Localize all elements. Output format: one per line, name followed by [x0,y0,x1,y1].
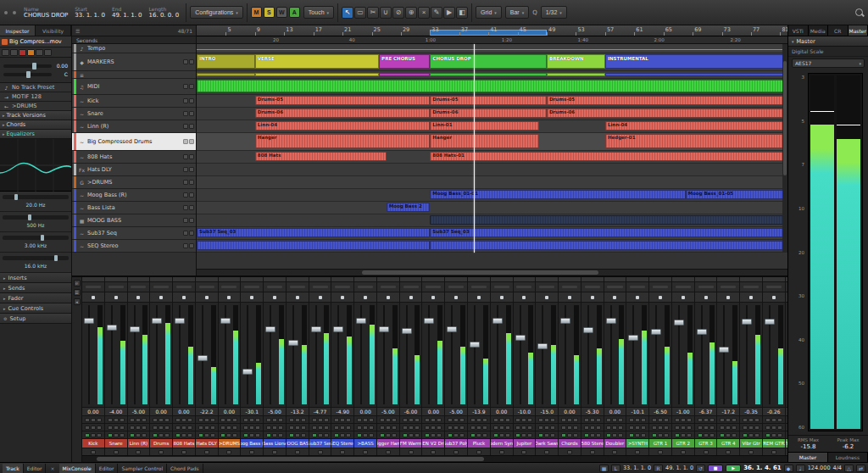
scrollbar-thumb[interactable] [97,457,485,461]
solo-button[interactable] [136,426,141,430]
edit-button[interactable] [392,418,397,422]
channel-inserts-slot[interactable] [173,282,195,292]
arranger-section[interactable] [430,73,547,76]
edit-button[interactable] [527,433,532,437]
edit-button[interactable] [210,418,215,422]
marker-icon[interactable]: ◆ [784,465,793,472]
scrollbar-thumb[interactable] [783,61,787,175]
volume-handle[interactable] [32,63,36,70]
collapse-icon[interactable]: ◂ [74,298,81,305]
eq-slider-handle[interactable] [14,194,18,200]
stop-button[interactable]: ■ [708,465,723,472]
fader-handle[interactable] [220,318,231,324]
edit-button[interactable] [142,418,147,422]
configurations-dropdown[interactable]: Configurations▾ [190,6,243,19]
fader-handle[interactable] [560,318,570,324]
solo-button[interactable] [658,426,663,430]
routing-row--drums[interactable]: ←>DRUMS [0,102,71,111]
channel-name[interactable]: Pluck [468,439,490,448]
solo-button[interactable] [748,426,754,430]
solo-button[interactable] [295,426,300,430]
lower-zone-tab-mixconsole[interactable]: MixConsole [59,464,96,473]
channel-routing[interactable] [626,292,648,303]
edit-button[interactable] [97,418,102,422]
eq-curve-display[interactable] [0,139,71,192]
metronome-icon[interactable]: △ [844,465,854,472]
audio-clip[interactable]: Hedger-01 [605,134,787,148]
channel-routing[interactable] [581,292,604,303]
channel-select-row[interactable] [219,448,241,455]
mute-button[interactable] [183,205,188,210]
mute-button[interactable] [198,426,203,430]
channel-inserts-slot[interactable] [400,282,422,292]
midi-clip[interactable] [197,80,787,92]
fader-value[interactable]: 0.00 [150,408,172,416]
channel-name[interactable]: Sub37 Poly [445,439,467,448]
channel-name[interactable]: Jupiter [514,439,536,448]
fader-handle[interactable] [265,326,275,332]
channel-select-row[interactable] [559,448,581,455]
object-select-tool[interactable]: ↖ [342,7,353,19]
fader-value[interactable]: -10.1 [626,408,648,416]
channel-inserts-slot[interactable] [717,282,739,292]
mute-button[interactable] [175,433,181,437]
channel-routing[interactable] [173,292,195,303]
meter-mode-dropdown[interactable]: AES17 ▾ [792,58,865,68]
audio-clip[interactable]: Moog Bass 2 [387,203,431,212]
solo-button[interactable] [409,418,414,422]
channel-inserts-slot[interactable] [604,282,626,292]
edit-button[interactable] [255,418,260,422]
mute-button[interactable] [743,433,748,437]
mute-tool[interactable]: × [418,7,430,19]
fader-handle[interactable] [447,326,457,332]
fader-handle[interactable] [288,340,298,346]
solo-button[interactable] [409,433,414,437]
zone-tab-editor[interactable]: Editor [24,464,47,473]
solo-button[interactable] [114,426,119,430]
edit-button[interactable] [324,426,329,430]
edit-button[interactable] [278,426,283,430]
fader-handle[interactable] [379,326,389,332]
channel-routing[interactable] [445,292,467,303]
channel-select-row[interactable] [241,448,263,455]
edit-button[interactable] [187,433,192,437]
channel-routing[interactable] [354,292,376,303]
edit-button[interactable] [596,433,601,437]
solo-button[interactable] [748,418,754,422]
mute-button[interactable] [289,426,294,430]
edit-button[interactable] [641,426,646,430]
edit-button[interactable] [709,433,715,437]
routing-row-no-track-preset[interactable]: ♪No Track Preset [0,83,71,92]
solo-button[interactable] [189,98,194,103]
arranger-section[interactable] [547,73,605,76]
solo-button[interactable] [159,418,164,422]
solo-button[interactable] [136,418,141,422]
right-zone-tab-cr[interactable]: CR [828,25,849,36]
fader-value[interactable]: -13.9 [468,408,490,416]
solo-button[interactable] [340,418,345,422]
inspector-section-fader[interactable]: ▸Fader [0,293,71,303]
fader-value[interactable]: 0.00 [219,408,241,416]
mute-button[interactable] [606,426,611,430]
marker-section-verse[interactable]: VERSE [255,54,379,69]
channel-routing[interactable] [740,292,762,303]
solo-button[interactable] [590,433,595,437]
fader-handle[interactable] [765,319,775,325]
edit-button[interactable] [369,426,374,430]
channel-name[interactable]: Sub37 Seq [309,439,331,448]
channel-select-row[interactable] [695,448,717,455]
solo-button[interactable] [453,418,459,422]
solo-button[interactable] [91,433,96,437]
right-zone-tab-master[interactable]: Master [849,25,868,36]
channel-inserts-slot[interactable] [514,282,536,292]
edit-button[interactable] [255,433,260,437]
channel-name[interactable]: FM Warm [400,439,422,448]
channel-name[interactable]: Snare [105,439,127,448]
solo-button[interactable] [189,167,194,172]
fader-handle[interactable] [107,325,117,331]
channel-routing[interactable] [695,292,717,303]
solo-button[interactable] [318,418,323,422]
mute-button[interactable] [85,433,90,437]
mute-button[interactable] [606,433,611,437]
mute-button[interactable] [561,426,566,430]
